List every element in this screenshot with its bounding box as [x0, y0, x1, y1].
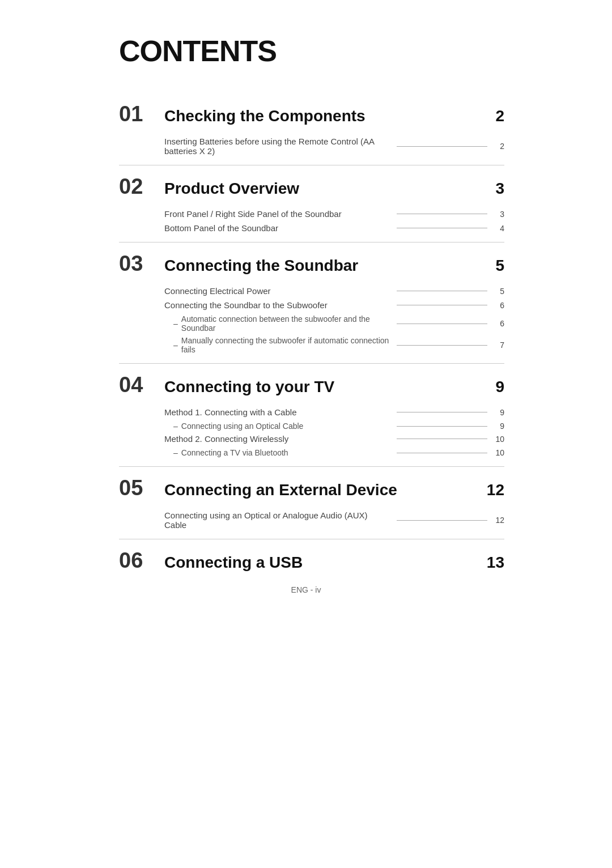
section-number-06: 06 — [119, 548, 164, 573]
toc-item-page: 6 — [493, 319, 504, 328]
footer: ENG - iv — [85, 585, 527, 594]
dash-line — [397, 146, 487, 147]
toc-item-page: 12 — [493, 516, 504, 525]
toc-item-text: Bottom Panel of the Soundbar — [164, 223, 391, 233]
toc-item-page: 6 — [493, 301, 504, 310]
dash-line — [397, 453, 487, 453]
section-header-01: 01Checking the Components2 — [119, 96, 504, 126]
toc-item-text: Connecting Electrical Power — [164, 286, 391, 296]
list-item: Method 2. Connecting Wirelessly10 — [164, 434, 504, 444]
toc-item-text: Method 2. Connecting Wirelessly — [164, 434, 391, 444]
section-page-01: 2 — [482, 107, 504, 125]
section-page-03: 5 — [482, 257, 504, 275]
list-item: Front Panel / Right Side Panel of the So… — [164, 209, 504, 219]
toc-section-03: 03Connecting the Soundbar5Connecting Ele… — [119, 242, 504, 354]
toc-item-text: Inserting Batteries before using the Rem… — [164, 137, 391, 156]
list-item: Method 1. Connecting with a Cable9 — [164, 407, 504, 417]
section-header-05: 05Connecting an External Device12 — [119, 466, 504, 500]
section-header-02: 02Product Overview3 — [119, 165, 504, 199]
toc-items-02: Front Panel / Right Side Panel of the So… — [164, 209, 504, 233]
section-title-02: Product Overview — [164, 180, 482, 198]
toc-item-page: 5 — [493, 287, 504, 296]
toc-item-text: Connecting the Soundbar to the Subwoofer — [164, 300, 391, 310]
toc-section-04: 04Connecting to your TV9Method 1. Connec… — [119, 363, 504, 457]
toc-section-06: 06Connecting a USB13 — [119, 539, 504, 573]
list-item: –Automatic connection between the subwoo… — [164, 314, 504, 333]
sub-bullet-icon: – — [173, 422, 178, 431]
section-number-05: 05 — [119, 476, 164, 500]
toc-item-page: 9 — [493, 422, 504, 431]
toc-items-03: Connecting Electrical Power5Connecting t… — [164, 286, 504, 354]
dash-line — [397, 439, 487, 439]
toc-items-05: Connecting using an Optical or Analogue … — [164, 510, 504, 530]
toc-item-page: 9 — [493, 408, 504, 417]
list-item: Bottom Panel of the Soundbar4 — [164, 223, 504, 233]
dash-line — [397, 345, 487, 346]
toc-item-page: 10 — [493, 435, 504, 444]
toc-items-04: Method 1. Connecting with a Cable9–Conne… — [164, 407, 504, 457]
toc-section-02: 02Product Overview3Front Panel / Right S… — [119, 165, 504, 233]
dash-line — [397, 324, 487, 324]
section-title-06: Connecting a USB — [164, 554, 482, 572]
section-title-04: Connecting to your TV — [164, 378, 482, 396]
toc-sub-item-text: Manually connecting the subwoofer if aut… — [181, 336, 391, 354]
section-title-03: Connecting the Soundbar — [164, 257, 482, 275]
list-item: –Connecting a TV via Bluetooth10 — [164, 448, 504, 457]
toc-sub-item-text: Automatic connection between the subwoof… — [181, 314, 391, 333]
section-header-04: 04Connecting to your TV9 — [119, 363, 504, 397]
toc-sub-item-text: Connecting using an Optical Cable — [181, 422, 391, 431]
section-header-03: 03Connecting the Soundbar5 — [119, 242, 504, 276]
section-page-02: 3 — [482, 180, 504, 198]
sub-bullet-icon: – — [173, 319, 178, 328]
toc-items-01: Inserting Batteries before using the Rem… — [164, 137, 504, 156]
section-number-04: 04 — [119, 373, 164, 397]
toc-item-text: Method 1. Connecting with a Cable — [164, 407, 391, 417]
list-item: Connecting using an Optical or Analogue … — [164, 510, 504, 530]
list-item: –Manually connecting the subwoofer if au… — [164, 336, 504, 354]
toc-item-page: 10 — [493, 448, 504, 457]
dash-line — [397, 228, 487, 228]
section-number-02: 02 — [119, 175, 164, 199]
sub-bullet-icon: – — [173, 448, 178, 457]
section-page-05: 12 — [482, 481, 504, 499]
section-title-01: Checking the Components — [164, 107, 482, 125]
section-number-03: 03 — [119, 252, 164, 276]
list-item: Connecting Electrical Power5 — [164, 286, 504, 296]
toc-item-page: 4 — [493, 224, 504, 233]
section-page-04: 9 — [482, 378, 504, 396]
toc-section-01: 01Checking the Components2Inserting Batt… — [119, 96, 504, 156]
list-item: –Connecting using an Optical Cable9 — [164, 422, 504, 431]
dash-line — [397, 426, 487, 427]
dash-line — [397, 305, 487, 305]
dash-line — [397, 520, 487, 521]
toc-sub-item-text: Connecting a TV via Bluetooth — [181, 448, 391, 457]
page-container: CONTENTS 01Checking the Components2Inser… — [85, 0, 527, 617]
toc-item-text: Connecting using an Optical or Analogue … — [164, 510, 391, 530]
toc-item-page: 7 — [493, 341, 504, 350]
list-item: Inserting Batteries before using the Rem… — [164, 137, 504, 156]
dash-line — [397, 291, 487, 291]
page-title: CONTENTS — [119, 34, 504, 68]
sub-bullet-icon: – — [173, 341, 178, 350]
toc-item-text: Front Panel / Right Side Panel of the So… — [164, 209, 391, 219]
toc-container: 01Checking the Components2Inserting Batt… — [119, 96, 504, 573]
section-title-05: Connecting an External Device — [164, 481, 482, 499]
section-header-06: 06Connecting a USB13 — [119, 539, 504, 573]
section-page-06: 13 — [482, 554, 504, 572]
list-item: Connecting the Soundbar to the Subwoofer… — [164, 300, 504, 310]
section-number-01: 01 — [119, 102, 164, 126]
toc-section-05: 05Connecting an External Device12Connect… — [119, 466, 504, 530]
toc-item-page: 2 — [493, 142, 504, 151]
dash-line — [397, 412, 487, 412]
toc-item-page: 3 — [493, 210, 504, 219]
dash-line — [397, 214, 487, 214]
